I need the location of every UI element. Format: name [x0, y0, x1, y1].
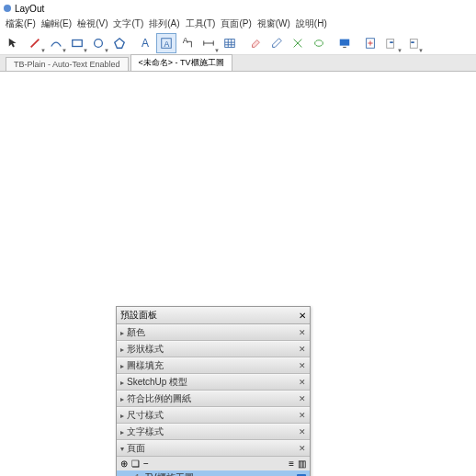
page-add-icon[interactable]: ⊕	[120, 459, 128, 469]
page-row[interactable]: #1:TV櫃施工圖	[117, 470, 310, 476]
section-shape-style[interactable]: ▸形狀樣式✕	[117, 341, 310, 357]
tab-active[interactable]: <未命名> - TV櫃施工圖	[130, 54, 232, 71]
svg-rect-0	[73, 40, 83, 46]
menu-file[interactable]: 檔案(F)	[4, 17, 38, 30]
line-tool[interactable]: ▼	[25, 33, 45, 53]
menu-arrange[interactable]: 排列(A)	[147, 17, 181, 30]
svg-text:A: A	[183, 37, 188, 45]
join-tool[interactable]	[309, 33, 329, 53]
label-tool[interactable]: A	[156, 33, 176, 53]
pages-toolbar: ⊕ ❏ − ≡ ▥	[117, 457, 310, 470]
present-tool[interactable]	[334, 33, 355, 53]
leader-tool[interactable]: A	[177, 33, 198, 53]
table-tool[interactable]	[220, 33, 240, 53]
menu-pages[interactable]: 頁面(P)	[219, 17, 253, 30]
section-color[interactable]: ▸顏色✕	[117, 324, 310, 341]
document-tabs: TB-Plain - Auto-Text Enabled <未命名> - TV櫃…	[0, 55, 476, 72]
page-remove-icon[interactable]: −	[143, 459, 149, 469]
circle-tool[interactable]: ▼	[88, 33, 108, 53]
prev-page-tool[interactable]: ▼	[381, 33, 402, 53]
svg-rect-8	[387, 39, 394, 48]
svg-rect-6	[340, 39, 350, 45]
section-pages[interactable]: ▾頁面✕	[117, 440, 310, 457]
section-sketchup-model[interactable]: ▸SketchUp 模型✕	[117, 374, 310, 391]
svg-point-1	[95, 39, 103, 47]
menu-view[interactable]: 檢視(V)	[75, 17, 109, 30]
menubar: 檔案(F) 編輯(E) 檢視(V) 文字(T) 排列(A) 工具(T) 頁面(P…	[0, 17, 476, 31]
split-tool[interactable]	[288, 33, 308, 53]
text-tool[interactable]: A	[135, 33, 155, 53]
svg-rect-5	[225, 39, 235, 47]
panel-close-icon[interactable]: ✕	[299, 311, 306, 321]
next-page-tool[interactable]: ▼	[402, 33, 423, 53]
menu-help[interactable]: 說明(H)	[294, 17, 329, 30]
dimension-tool[interactable]: ▼	[198, 33, 219, 53]
page-grid-view-icon[interactable]: ▥	[298, 459, 306, 469]
panel-title-text: 預設面板	[120, 309, 157, 322]
titlebar: LayOut	[0, 0, 476, 17]
add-page-tool[interactable]	[360, 33, 380, 53]
app-icon	[4, 5, 11, 12]
menu-window[interactable]: 視窗(W)	[255, 17, 292, 30]
page-list-view-icon[interactable]: ≡	[289, 459, 294, 469]
panel-header[interactable]: 預設面板 ✕	[117, 307, 310, 324]
menu-edit[interactable]: 編輯(E)	[40, 17, 74, 30]
page-dup-icon[interactable]: ❏	[131, 459, 140, 469]
polygon-tool[interactable]	[109, 33, 130, 53]
tab-inactive[interactable]: TB-Plain - Auto-Text Enabled	[6, 57, 129, 71]
section-pattern-fill[interactable]: ▸圖樣填充✕	[117, 357, 310, 374]
section-scaled-drawing[interactable]: ▸符合比例的圖紙✕	[117, 391, 310, 407]
canvas-area: 預設面板 ✕ ▸顏色✕ ▸形狀樣式✕ ▸圖樣填充✕ ▸SketchUp 模型✕ …	[0, 72, 476, 476]
svg-rect-9	[410, 39, 417, 48]
menu-text[interactable]: 文字(T)	[111, 17, 145, 30]
style-tool[interactable]	[266, 33, 287, 53]
select-tool[interactable]	[4, 33, 24, 53]
section-text-style[interactable]: ▸文字樣式✕	[117, 424, 310, 440]
pages-list: #1:TV櫃施工圖 2:櫥櫃施工圖 3:衣櫃施工圖	[117, 470, 310, 476]
section-dimension-style[interactable]: ▸尺寸樣式✕	[117, 407, 310, 424]
toolbar: ▼ ▼ ▼ ▼ A A A ▼ ▼ ▼	[0, 31, 476, 55]
arc-tool[interactable]: ▼	[46, 33, 66, 53]
app-title: LayOut	[15, 4, 44, 14]
erase-tool[interactable]	[245, 33, 266, 53]
rect-tool[interactable]: ▼	[67, 33, 87, 53]
default-tray-panel: 預設面板 ✕ ▸顏色✕ ▸形狀樣式✕ ▸圖樣填充✕ ▸SketchUp 模型✕ …	[116, 306, 311, 476]
menu-tools[interactable]: 工具(T)	[184, 17, 218, 30]
svg-text:A: A	[164, 39, 169, 48]
